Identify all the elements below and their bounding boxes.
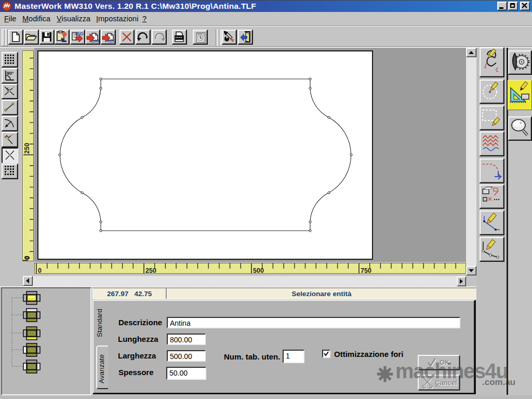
svg-text:250: 250 [23,143,31,154]
svg-text:250: 250 [145,267,156,274]
svg-text:0: 0 [23,256,31,259]
svg-text:0: 0 [38,267,42,274]
svg-text:750: 750 [361,267,371,274]
svg-text:DXF: DXF [91,38,99,44]
svg-text:500: 500 [253,267,264,274]
svg-text:90°: 90° [7,71,14,76]
svg-text:TEO: TEO [107,38,115,44]
